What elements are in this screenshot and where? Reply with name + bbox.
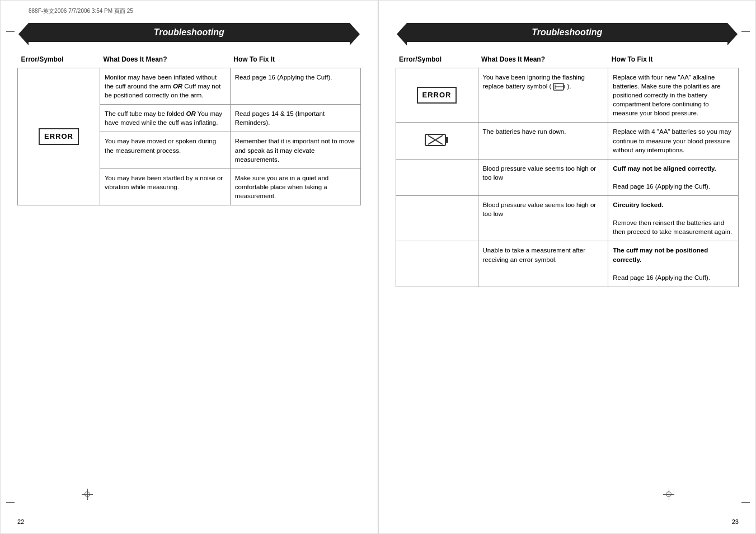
- crosshair-circle-r: [666, 491, 672, 497]
- left-th-meaning: What Does It Mean?: [100, 53, 231, 68]
- right-header-wrapper: Troubleshooting: [396, 23, 739, 42]
- fix-cell-1: Read page 16 (Applying the Cuff).: [230, 68, 360, 105]
- table-row: The batteries have run down. Replace wit…: [396, 123, 739, 159]
- right-th-symbol: Error/Symbol: [396, 53, 478, 68]
- margin-mark-tl: [6, 31, 15, 32]
- meaning-cell-4: You may have been startled by a noise or…: [100, 168, 231, 205]
- left-th-symbol: Error/Symbol: [18, 53, 100, 68]
- meaning-cell-2: The cuff tube may be folded OR You may h…: [100, 105, 231, 132]
- table-row: ERROR Monitor may have been inflated wit…: [18, 68, 361, 105]
- symbol-cell-error-right: ERROR: [396, 68, 478, 123]
- battery-inline-icon: [553, 82, 565, 91]
- right-section-header: Troubleshooting: [407, 23, 728, 42]
- left-table: Error/Symbol What Does It Mean? How To F…: [17, 53, 361, 205]
- right-th-meaning: What Does It Mean?: [478, 53, 608, 68]
- symbol-cell-error-left: ERROR: [18, 68, 100, 205]
- symbol-cell-blank-1: [396, 159, 478, 195]
- right-meaning-1: You have been ignoring the flashing repl…: [478, 68, 608, 123]
- right-fix-3: Cuff may not be aligned correctly. Read …: [608, 159, 739, 195]
- page-number-right: 23: [732, 518, 739, 525]
- table-row: Unable to take a measurement after recei…: [396, 241, 739, 287]
- error-symbol-right: ERROR: [417, 87, 457, 104]
- left-page: 888F-英文2006 7/7/2006 3:54 PM 頁面 25 Troub…: [0, 0, 378, 534]
- margin-mark-br: [741, 502, 750, 503]
- meta-line: 888F-英文2006 7/7/2006 3:54 PM 頁面 25: [29, 7, 133, 15]
- left-title: Troubleshooting: [154, 27, 224, 37]
- crosshair-left-bottom: [82, 489, 93, 500]
- symbol-cell-blank-2: [396, 196, 478, 241]
- symbol-cell-blank-3: [396, 241, 478, 287]
- right-page: Troubleshooting Error/Symbol What Does I…: [378, 0, 757, 534]
- crosshair-right-bottom: [663, 489, 674, 500]
- left-header-wrapper: Troubleshooting: [17, 23, 361, 42]
- right-th-fix: How To Fix It: [608, 53, 739, 68]
- page-number-left: 22: [17, 518, 24, 525]
- table-row: Blood pressure value seems too high or t…: [396, 159, 739, 195]
- left-section-header: Troubleshooting: [29, 23, 350, 42]
- margin-mark-bl: [6, 502, 15, 503]
- error-symbol-left: ERROR: [39, 128, 79, 145]
- meaning-cell-1: Monitor may have been inflated without t…: [100, 68, 231, 105]
- right-fix-1: Replace with four new "AA" alkaline batt…: [608, 68, 739, 123]
- right-title: Troubleshooting: [532, 27, 602, 37]
- right-meaning-4: Blood pressure value seems too high or t…: [478, 196, 608, 241]
- right-meaning-2: The batteries have run down.: [478, 123, 608, 159]
- fix-cell-4: Make sure you are in a quiet and comfort…: [230, 168, 360, 205]
- table-row: ERROR You have been ignoring the flashin…: [396, 68, 739, 123]
- left-th-fix: How To Fix It: [230, 53, 360, 68]
- crosshair-circle: [84, 491, 90, 497]
- right-fix-5: The cuff may not be positioned correctly…: [608, 241, 739, 287]
- right-table: Error/Symbol What Does It Mean? How To F…: [396, 53, 739, 287]
- symbol-cell-battery: [396, 123, 478, 159]
- table-row: Blood pressure value seems too high or t…: [396, 196, 739, 241]
- right-meaning-5: Unable to take a measurement after recei…: [478, 241, 608, 287]
- margin-mark-tr: [741, 31, 750, 32]
- battery-crossed-icon: [424, 130, 450, 150]
- fix-cell-2: Read pages 14 & 15 (Important Reminders)…: [230, 105, 360, 132]
- right-meaning-3: Blood pressure value seems too high or t…: [478, 159, 608, 195]
- right-fix-2: Replace with 4 "AA" batteries so you may…: [608, 123, 739, 159]
- right-fix-4: Circuitry locked. Remove then reinsert t…: [608, 196, 739, 241]
- svg-rect-1: [564, 85, 565, 88]
- fix-cell-3: Remember that it is important not to mov…: [230, 132, 360, 168]
- meaning-cell-3: You may have moved or spoken during the …: [100, 132, 231, 168]
- svg-rect-5: [445, 137, 448, 143]
